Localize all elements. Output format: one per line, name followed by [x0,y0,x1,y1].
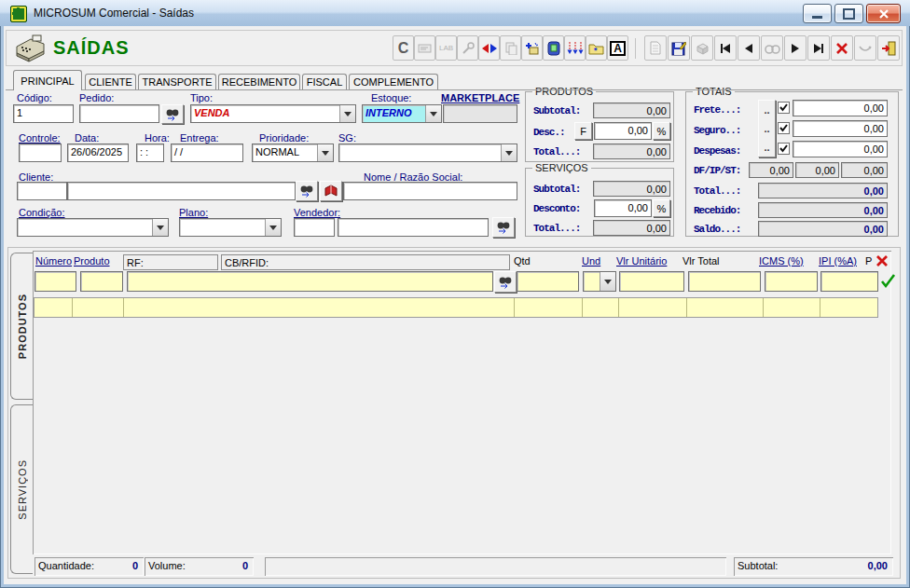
titlebar[interactable]: MICROSUM Comercial - Saídas [0,0,910,26]
hora-field[interactable]: : : [136,144,164,162]
seguro-checkbox[interactable] [778,122,790,134]
chevron-down-icon[interactable] [265,219,281,236]
cancel-button[interactable] [831,35,853,61]
codigo-field[interactable]: 1 [13,104,74,123]
close-button[interactable] [866,4,901,23]
tab-fiscal[interactable]: FISCAL [302,74,347,89]
seguro-field[interactable]: 0,00 [793,120,888,137]
despesas-field[interactable]: 0,00 [793,141,888,157]
nome-razao-field[interactable] [343,182,517,200]
prioridade-combo[interactable]: NORMAL [252,144,334,162]
plano-link[interactable]: Plano: [179,207,208,218]
produtos-percent-button[interactable]: % [653,122,670,140]
controle-link[interactable]: Controle: [19,132,61,144]
tab-recebimento[interactable]: RECEBIMENTO [218,74,300,89]
delete-row-button[interactable] [875,253,889,268]
rf-field[interactable]: RF: [123,254,218,270]
wrench-button[interactable] [457,35,478,61]
data-field[interactable]: 26/06/2025 [67,144,129,162]
entry-numero-field[interactable] [34,271,76,292]
totais-expand-button[interactable]: .. .. .. [758,100,776,157]
import-arrows-button[interactable] [564,35,586,61]
chevron-down-icon[interactable] [339,105,355,122]
chevron-down-icon[interactable] [152,219,168,236]
col-ipi[interactable]: IPI (%A) [819,255,857,267]
entry-icms-field[interactable] [765,271,818,292]
tab-transporte[interactable]: TRANSPORTE [138,74,216,89]
new-document-button[interactable] [644,35,667,61]
condicao-combo[interactable] [17,218,169,237]
package-button[interactable] [691,35,713,61]
device-button[interactable] [543,35,564,61]
swap-arrows-button[interactable] [478,35,500,61]
commit-button[interactable] [854,35,876,61]
entry-search-button[interactable] [494,271,517,293]
maximize-button[interactable] [834,4,863,23]
col-vlr-unitario[interactable]: Vlr Unitário [616,255,667,267]
folder-button[interactable]: * [586,35,607,61]
entry-ipi-field[interactable] [820,271,878,292]
side-tab-produtos[interactable]: PRODUTOS [10,253,33,400]
cliente-register-button[interactable] [320,181,342,201]
plano-combo[interactable] [179,218,282,237]
estoque-combo[interactable]: INTERNO [362,104,442,123]
chevron-down-icon[interactable] [600,272,615,291]
confirm-row-button[interactable] [880,273,897,290]
controle-field[interactable] [19,144,62,162]
entry-vlr-unitario-field[interactable] [619,271,684,292]
next-record-button[interactable] [784,35,807,61]
servicos-desconto-field[interactable]: 0,00 [594,199,652,217]
marketplace-link[interactable]: MARKETPLACE [441,92,519,103]
entry-und-combo[interactable] [583,271,616,292]
pedido-search-button[interactable] [161,104,184,124]
minimize-button[interactable] [803,4,832,23]
tab-principal[interactable]: PRINCIPAL [13,70,82,90]
entrega-field[interactable]: / / [171,144,243,162]
cliente-code-field[interactable] [17,182,67,200]
cliente-name-field[interactable] [67,182,296,200]
add-item-button[interactable] [521,35,543,61]
tipo-combo[interactable]: VENDA [190,104,356,123]
entry-produto-field[interactable] [80,271,123,292]
tab-complemento[interactable]: COMPLEMENTO [349,74,438,89]
last-record-button[interactable] [807,35,830,61]
despesas-checkbox[interactable] [778,143,790,155]
prior-record-button[interactable] [738,35,760,61]
entry-vlr-total-field[interactable] [688,271,761,292]
entry-descricao-field[interactable] [127,271,493,292]
lab-button[interactable]: LAB [435,35,457,61]
frete-checkbox[interactable] [778,102,790,114]
frete-field[interactable]: 0,00 [793,100,888,116]
grid-row[interactable] [34,297,878,318]
exit-button[interactable] [877,35,900,61]
cliente-search-button[interactable] [296,181,318,201]
card-button[interactable] [414,35,435,61]
col-produto[interactable]: Produto [74,255,110,267]
col-icms[interactable]: ICMS (%) [759,255,804,267]
vendedor-link[interactable]: Vendedor: [294,207,340,218]
copy-button[interactable] [500,35,521,61]
vendedor-search-button[interactable] [492,217,515,238]
sg-combo[interactable] [338,144,517,162]
vendedor-code-field[interactable] [294,218,335,237]
cb-rfid-field[interactable]: CB/RFID: [221,254,510,270]
chevron-down-icon[interactable] [425,105,441,122]
font-button[interactable]: A [607,35,628,61]
chevron-down-icon[interactable] [317,144,333,161]
produtos-desc-field[interactable]: 0,00 [594,122,652,140]
search-button[interactable] [761,35,783,61]
col-numero[interactable]: Número [35,255,72,267]
tab-cliente[interactable]: CLIENTE [85,74,136,89]
pedido-field[interactable] [79,104,159,123]
first-record-button[interactable] [714,35,737,61]
produtos-desc-f-button[interactable]: F [574,122,592,140]
servicos-percent-button[interactable]: % [653,199,670,217]
side-tab-servicos[interactable]: SERVIÇOS [10,404,33,574]
chevron-down-icon[interactable] [501,144,517,161]
col-und[interactable]: Und [582,255,600,267]
calculator-button[interactable]: C [393,35,414,61]
condicao-link[interactable]: Condição: [19,207,65,218]
vendedor-name-field[interactable] [338,218,489,237]
save-button[interactable] [668,35,690,61]
entry-qtd-field[interactable] [517,271,579,292]
